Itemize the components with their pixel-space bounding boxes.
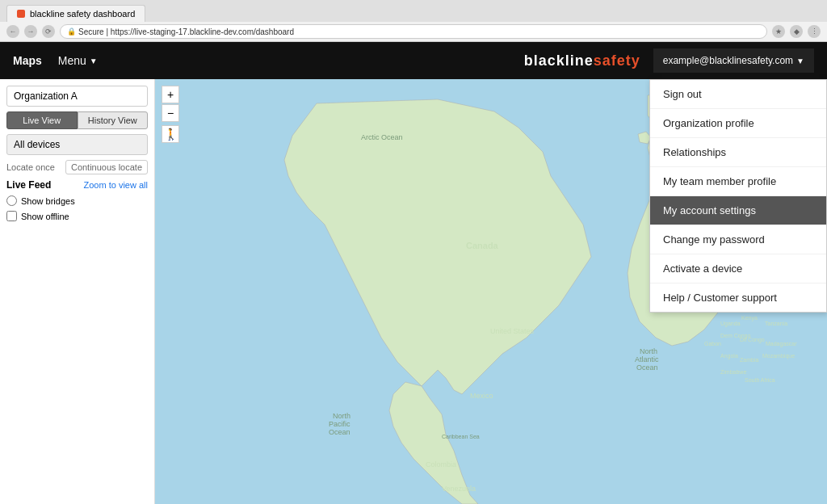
tab-favicon: [17, 10, 25, 18]
show-bridges-checkbox[interactable]: [6, 195, 17, 206]
show-offline-label: Show offline: [21, 212, 69, 221]
bookmark-button[interactable]: ★: [772, 25, 785, 38]
sidebar: Live View History View All devices Locat…: [0, 79, 155, 504]
svg-text:Mozambique: Mozambique: [762, 353, 795, 359]
svg-text:Uganda: Uganda: [720, 321, 741, 327]
pegman-icon[interactable]: 🚶: [162, 125, 179, 143]
show-bridges-label: Show bridges: [21, 196, 75, 206]
svg-text:United States: United States: [490, 327, 535, 335]
svg-text:North: North: [333, 412, 351, 420]
svg-text:North: North: [640, 347, 657, 355]
menu-chevron-icon: ▼: [90, 57, 98, 65]
maps-link[interactable]: Maps: [13, 54, 42, 67]
svg-text:Angola: Angola: [720, 353, 738, 359]
forward-button[interactable]: →: [24, 25, 37, 38]
tab-label: blackline safety dashboard: [30, 9, 135, 19]
svg-text:Atlantic: Atlantic: [635, 355, 659, 363]
svg-text:Ocean: Ocean: [329, 428, 351, 436]
header-left: Maps Menu ▼: [13, 54, 98, 67]
svg-text:Venezuela: Venezuela: [442, 485, 476, 493]
locate-row: Locate once Continuous locate: [6, 160, 148, 174]
dropdown-item-6[interactable]: Activate a device: [650, 254, 826, 284]
svg-text:Ocean: Ocean: [636, 363, 658, 372]
svg-text:Caribbean Sea: Caribbean Sea: [442, 434, 480, 439]
user-menu-chevron-icon: ▼: [796, 57, 804, 65]
history-view-button[interactable]: History View: [78, 111, 149, 129]
user-email: example@blacklinesafety.com: [663, 55, 793, 66]
svg-text:Gabon: Gabon: [704, 341, 721, 346]
nav-bar: ← → ⟳ 🔒 Secure | https://live-staging-17…: [0, 22, 827, 41]
lock-icon: 🔒: [67, 27, 76, 36]
svg-text:Canada: Canada: [466, 241, 499, 250]
tab-bar: blackline safety dashboard: [0, 0, 827, 22]
svg-text:Zambia: Zambia: [740, 357, 758, 363]
menu-button[interactable]: Menu ▼: [58, 54, 98, 67]
svg-text:Arctic Ocean: Arctic Ocean: [361, 133, 403, 141]
svg-text:Zimbabwe: Zimbabwe: [720, 369, 746, 375]
zoom-out-button[interactable]: −: [162, 104, 179, 122]
map-controls: + − 🚶: [162, 86, 179, 143]
svg-text:Pacific: Pacific: [329, 420, 351, 428]
show-offline-checkbox[interactable]: [6, 211, 17, 221]
dropdown-item-3[interactable]: My team member profile: [650, 167, 826, 196]
reload-button[interactable]: ⟳: [42, 25, 55, 38]
view-toggle: Live View History View: [6, 111, 148, 129]
locate-once-label: Locate once: [6, 162, 55, 172]
dropdown-item-2[interactable]: Relationships: [650, 138, 826, 167]
live-feed-header: Live Feed Zoom to view all: [6, 179, 148, 191]
zoom-to-view-link[interactable]: Zoom to view all: [84, 180, 148, 190]
organization-input[interactable]: [6, 86, 148, 107]
zoom-in-button[interactable]: +: [162, 86, 179, 103]
dropdown-item-4[interactable]: My account settings: [650, 196, 826, 225]
app-header: Maps Menu ▼ blacklinesafety example@blac…: [0, 42, 827, 79]
device-select[interactable]: All devices: [6, 134, 148, 155]
url-text: Secure | https://live-staging-17.blackli…: [78, 27, 294, 36]
device-select-wrap: All devices: [6, 134, 148, 155]
brand-accent: safety: [594, 52, 640, 69]
svg-text:Dil Congo: Dil Congo: [740, 337, 765, 343]
svg-text:Colombia: Colombia: [426, 460, 456, 468]
brand-name: blackline: [524, 52, 594, 69]
menu-button[interactable]: ⋮: [808, 25, 821, 38]
brand-logo: blacklinesafety: [524, 52, 640, 69]
user-menu-button[interactable]: example@blacklinesafety.com ▼: [653, 48, 814, 73]
browser-tab[interactable]: blackline safety dashboard: [6, 5, 145, 22]
live-feed-title: Live Feed: [6, 179, 51, 191]
address-bar[interactable]: 🔒 Secure | https://live-staging-17.black…: [60, 24, 767, 39]
menu-label: Menu: [58, 54, 86, 67]
svg-text:Kenya: Kenya: [741, 315, 758, 321]
live-view-button[interactable]: Live View: [6, 111, 78, 129]
back-button[interactable]: ←: [6, 25, 19, 38]
svg-text:Tanzania: Tanzania: [765, 321, 787, 326]
dropdown-item-1[interactable]: Organization profile: [650, 109, 826, 138]
browser-chrome: blackline safety dashboard ← → ⟳ 🔒 Secur…: [0, 0, 827, 42]
svg-text:Mexico: Mexico: [470, 392, 493, 400]
show-bridges-row: Show bridges: [6, 195, 148, 206]
continuous-locate-button[interactable]: Continuous locate: [65, 160, 148, 174]
svg-text:Madagascar: Madagascar: [766, 341, 797, 347]
dropdown-item-0[interactable]: Sign out: [650, 80, 826, 109]
dropdown-item-7[interactable]: Help / Customer support: [650, 284, 826, 312]
show-offline-row: Show offline: [6, 211, 148, 221]
dropdown-item-5[interactable]: Change my password: [650, 225, 826, 254]
svg-text:South Africa: South Africa: [745, 377, 775, 383]
extensions-button[interactable]: ◆: [790, 25, 803, 38]
user-dropdown-menu: Sign outOrganization profileRelationship…: [649, 79, 827, 313]
